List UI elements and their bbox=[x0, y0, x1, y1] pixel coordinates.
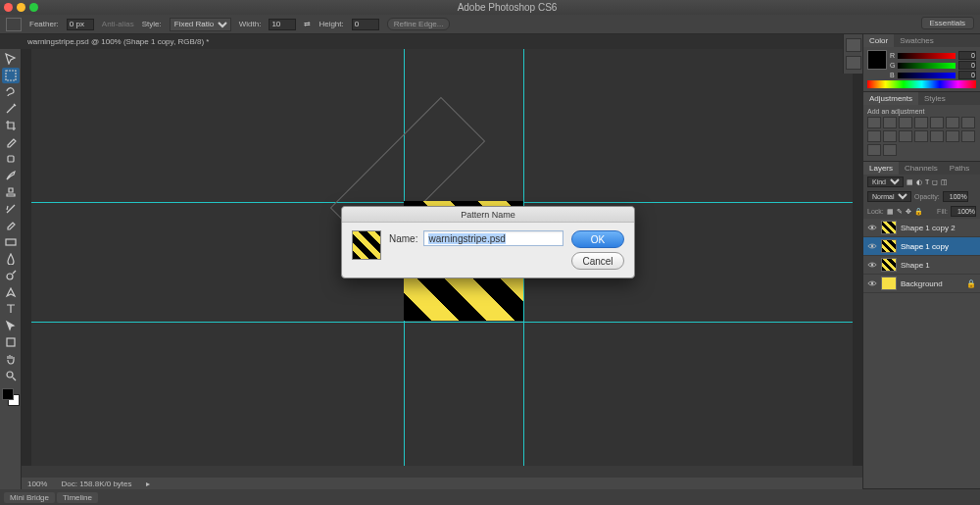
ok-button[interactable]: OK bbox=[571, 230, 624, 248]
name-label: Name: bbox=[389, 233, 417, 244]
pattern-preview-icon bbox=[352, 230, 381, 260]
dialog-title: Pattern Name bbox=[342, 207, 634, 223]
pattern-name-input[interactable] bbox=[423, 230, 564, 246]
cancel-button[interactable]: Cancel bbox=[571, 252, 624, 270]
pattern-name-dialog: Pattern Name Name: OK Cancel bbox=[341, 206, 635, 278]
modal-overlay: Pattern Name Name: OK Cancel bbox=[0, 0, 980, 505]
